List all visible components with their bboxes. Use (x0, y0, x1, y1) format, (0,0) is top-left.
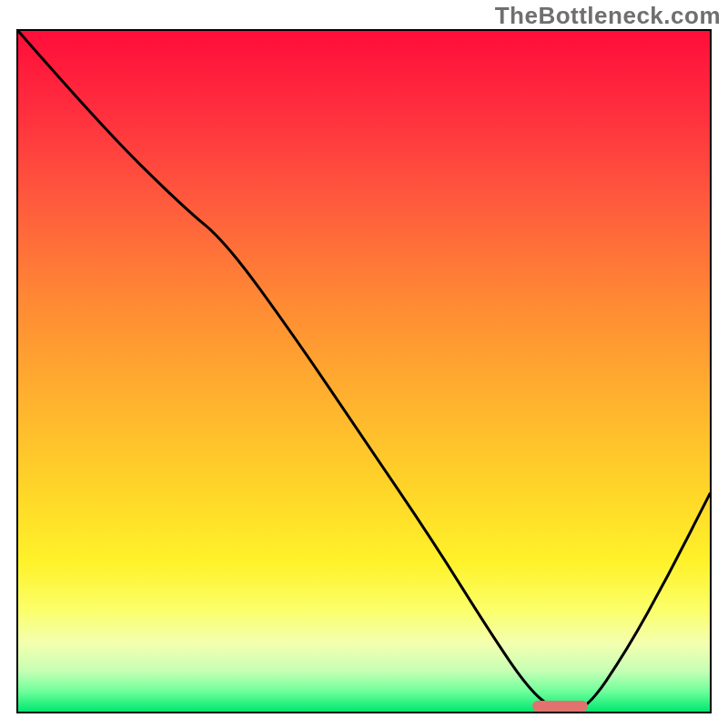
plot-area (16, 29, 712, 713)
watermark-text: TheBottleneck.com (495, 2, 721, 30)
bottleneck-chart: TheBottleneck.com (0, 0, 728, 728)
optimum-marker (532, 701, 588, 712)
bottleneck-curve (18, 31, 710, 712)
